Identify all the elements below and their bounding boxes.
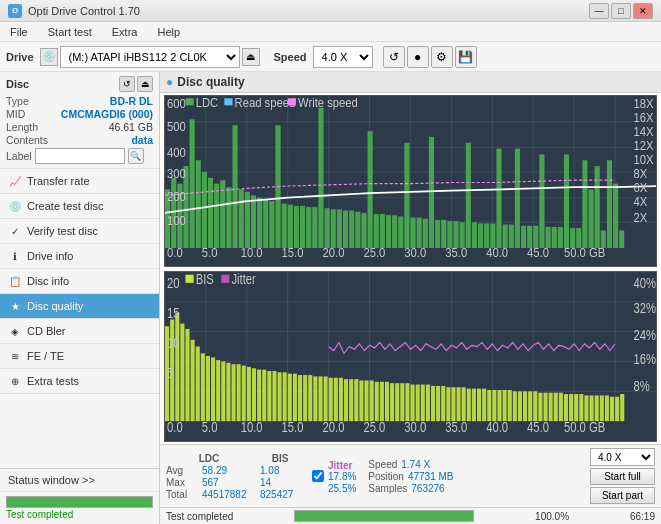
svg-rect-142: [175, 312, 179, 420]
svg-rect-186: [400, 383, 404, 421]
svg-rect-48: [355, 212, 360, 248]
svg-rect-223: [590, 395, 594, 421]
svg-rect-24: [208, 178, 213, 248]
eject-button[interactable]: ⏏: [242, 48, 260, 66]
speed-label: Speed: [274, 51, 307, 63]
nav-verify-test-disc-label: Verify test disc: [27, 225, 98, 237]
ldc-total-value: 44517882: [202, 489, 252, 500]
menu-file[interactable]: File: [4, 24, 34, 40]
svg-rect-181: [375, 381, 379, 420]
svg-rect-220: [574, 394, 578, 421]
svg-rect-214: [543, 392, 547, 420]
disc-panel: Disc ↺ ⏏ Type BD-R DL MID CMCMAGDI6 (000…: [0, 72, 159, 169]
svg-text:50.0 GB: 50.0 GB: [564, 418, 605, 435]
jitter-checkbox[interactable]: [312, 470, 324, 482]
menu-extra[interactable]: Extra: [106, 24, 144, 40]
ldc-avg-row: Avg 58.29: [166, 465, 252, 476]
titlebar: O Opti Drive Control 1.70 — □ ✕: [0, 0, 661, 22]
svg-rect-178: [359, 380, 363, 421]
sidebar-progress-fill: [7, 497, 152, 507]
svg-text:5.0: 5.0: [202, 246, 218, 261]
start-full-button[interactable]: Start full: [590, 468, 655, 485]
svg-text:8X: 8X: [633, 166, 647, 181]
svg-rect-67: [472, 222, 477, 248]
nav-disc-info[interactable]: 📋 Disc info: [0, 269, 159, 294]
speed-dropdown[interactable]: 4.0 X: [313, 46, 373, 68]
drive-dropdown[interactable]: (M:) ATAPI iHBS112 2 CL0K: [60, 46, 240, 68]
bis-column: BIS 1.08 14 825427: [260, 452, 300, 500]
svg-rect-213: [538, 392, 542, 420]
menu-help[interactable]: Help: [151, 24, 186, 40]
disc-eject-button[interactable]: ⏏: [137, 76, 153, 92]
nav-disc-quality[interactable]: ★ Disc quality: [0, 294, 159, 319]
stats-area: LDC Avg 58.29 Max 567 Total 44517882: [160, 444, 661, 507]
nav-drive-info[interactable]: ℹ Drive info: [0, 244, 159, 269]
nav-transfer-rate[interactable]: 📈 Transfer rate: [0, 169, 159, 194]
svg-rect-179: [364, 380, 368, 421]
svg-rect-118: [185, 98, 193, 105]
close-button[interactable]: ✕: [633, 3, 653, 19]
nav-verify-test-disc[interactable]: ✓ Verify test disc: [0, 219, 159, 244]
settings-button[interactable]: ⚙: [431, 46, 453, 68]
svg-rect-34: [269, 201, 274, 248]
speed-stat-dropdown[interactable]: 4.0 X: [590, 448, 655, 466]
svg-text:4X: 4X: [633, 194, 647, 209]
menu-start-test[interactable]: Start test: [42, 24, 98, 40]
bottom-progress-bar: [294, 510, 474, 522]
svg-rect-217: [559, 392, 563, 420]
svg-rect-216: [554, 392, 558, 420]
nav-disc-info-label: Disc info: [27, 275, 69, 287]
save-button[interactable]: 💾: [455, 46, 477, 68]
nav-items: 📈 Transfer rate 💿 Create test disc ✓ Ver…: [0, 169, 159, 394]
svg-rect-78: [539, 154, 544, 248]
refresh-button[interactable]: ↺: [383, 46, 405, 68]
svg-rect-28: [233, 125, 238, 248]
disc-refresh-button[interactable]: ↺: [119, 76, 135, 92]
svg-rect-187: [405, 383, 409, 421]
svg-rect-197: [457, 387, 461, 421]
bottom-chart: 20 15 10 5 40% 32% 24% 16% 8% 0.0 5.0 10…: [164, 271, 657, 443]
svg-rect-191: [426, 384, 430, 421]
svg-text:10.0: 10.0: [241, 246, 263, 261]
svg-rect-56: [404, 143, 409, 248]
disc-section-label: Disc: [6, 78, 29, 90]
svg-rect-177: [354, 379, 358, 421]
svg-text:32%: 32%: [633, 299, 656, 316]
speed-stat-label: Speed: [368, 459, 397, 470]
svg-rect-75: [521, 226, 526, 248]
svg-rect-64: [453, 221, 458, 248]
svg-rect-73: [509, 225, 514, 248]
nav-fe-te[interactable]: ≋ FE / TE: [0, 344, 159, 369]
svg-rect-143: [180, 323, 184, 421]
svg-rect-45: [337, 209, 342, 248]
maximize-button[interactable]: □: [611, 3, 631, 19]
disc-label-input[interactable]: [35, 148, 125, 164]
contents-label: Contents: [6, 134, 48, 146]
svg-text:35.0: 35.0: [445, 246, 467, 261]
svg-rect-63: [447, 221, 452, 248]
minimize-button[interactable]: —: [589, 3, 609, 19]
svg-rect-144: [185, 328, 189, 420]
svg-rect-208: [513, 391, 517, 421]
svg-text:300: 300: [167, 166, 186, 181]
start-part-button[interactable]: Start part: [590, 487, 655, 504]
nav-extra-tests[interactable]: ⊕ Extra tests: [0, 369, 159, 394]
svg-rect-171: [324, 376, 328, 421]
svg-rect-53: [386, 215, 391, 248]
disc-label-search-button[interactable]: 🔍: [128, 148, 144, 164]
svg-text:14X: 14X: [633, 124, 653, 139]
svg-rect-183: [385, 381, 389, 420]
status-window-button[interactable]: Status window >>: [0, 469, 159, 492]
nav-cd-bler[interactable]: ◈ CD Bler: [0, 319, 159, 344]
svg-rect-188: [411, 384, 415, 421]
svg-rect-61: [435, 220, 440, 248]
record-button[interactable]: ●: [407, 46, 429, 68]
create-test-disc-icon: 💿: [8, 199, 22, 213]
nav-create-test-disc[interactable]: 💿 Create test disc: [0, 194, 159, 219]
disc-label-row: Label 🔍: [6, 148, 153, 164]
svg-text:45.0: 45.0: [527, 418, 549, 435]
svg-rect-219: [569, 394, 573, 421]
titlebar-left: O Opti Drive Control 1.70: [8, 4, 140, 18]
top-chart: 600 500 400 300 200 100 18X 16X 14X 12X …: [164, 95, 657, 267]
jitter-avg-value: 17.8%: [328, 471, 356, 482]
